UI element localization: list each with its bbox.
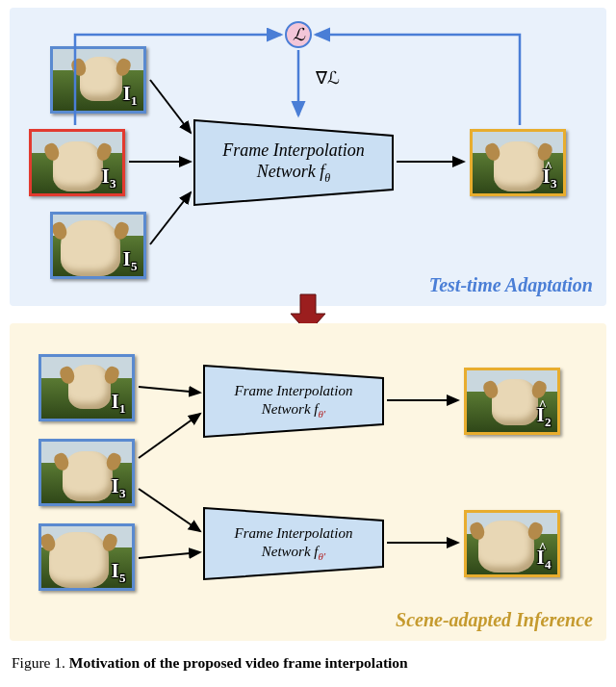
thumb-i3: I3	[29, 129, 125, 196]
thumb-ihat4: ^I4	[464, 510, 560, 577]
loss-node: ℒ	[285, 21, 312, 48]
thumb-i1-b: I1	[38, 354, 135, 421]
net-line2: Network fθ	[257, 162, 330, 181]
gradient-label: ∇ℒ	[316, 67, 340, 89]
frame-label-ihat3: ^I3	[543, 165, 557, 191]
thumb-i5: I5	[50, 212, 146, 279]
panel-test-time-adaptation: I1 I3 I5 Frame Interpolation	[10, 8, 606, 306]
figure-caption: Figure 1. Motivation of the proposed vid…	[0, 641, 616, 672]
net-line1: Frame Interpolation	[222, 140, 364, 160]
thumb-ihat2: ^I2	[464, 368, 560, 435]
network-block-top: Frame Interpolation Network fθ	[192, 118, 395, 207]
frame-label-i3: I3	[102, 165, 116, 191]
figure: I1 I3 I5 Frame Interpolation	[0, 0, 616, 641]
frame-label-i5: I5	[123, 248, 138, 274]
svg-line-8	[139, 387, 200, 393]
svg-line-10	[139, 489, 200, 531]
panel-scene-adapted-inference: I1 I3 I5 Frame Interpolation Network f	[10, 323, 606, 641]
frame-label-i1-b: I1	[112, 391, 126, 417]
thumb-i3-b: I3	[38, 439, 135, 506]
frame-label-i3-b: I3	[112, 475, 126, 501]
svg-line-3	[150, 192, 191, 244]
svg-line-9	[139, 414, 200, 458]
frame-label-ihat4: ^I4	[537, 547, 552, 572]
network-block-upper: Frame Interpolation Network fθ′	[202, 364, 385, 439]
panel-title-top: Test-time Adaptation	[429, 274, 593, 296]
thumb-i5-b: I5	[38, 523, 135, 591]
svg-line-1	[150, 80, 191, 133]
network-block-lower: Frame Interpolation Network fθ′	[202, 506, 385, 581]
svg-line-11	[139, 552, 200, 558]
thumb-ihat3: ^I3	[470, 129, 566, 196]
thumb-i1: I1	[50, 46, 146, 114]
panel-title-bottom: Scene-adapted Inference	[396, 609, 593, 631]
frame-label-i1: I1	[123, 83, 138, 109]
frame-label-i5-b: I5	[112, 560, 126, 586]
frame-label-ihat2: ^I2	[537, 404, 552, 430]
